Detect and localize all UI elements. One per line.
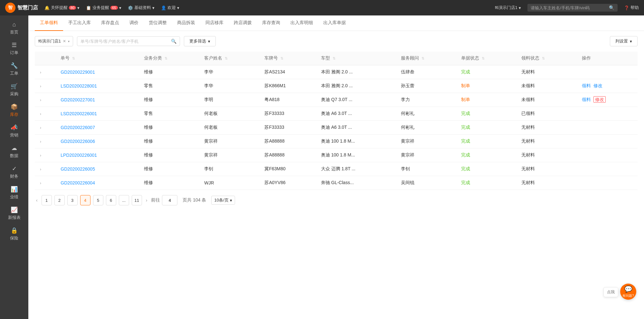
edit-action-button[interactable]: 修改 — [593, 96, 606, 103]
store-selector[interactable]: f6演示门店1 ▾ — [495, 5, 521, 11]
page-6-button[interactable]: 6 — [106, 195, 116, 205]
customer-sort-icon[interactable]: ⇅ — [225, 56, 228, 60]
order-no-link[interactable]: GD20200226006 — [61, 139, 95, 144]
page-11-button[interactable]: 11 — [132, 195, 142, 205]
tab-location-adjust[interactable]: 货位调整 — [144, 15, 172, 31]
advisor-sort-icon[interactable]: ⇅ — [421, 56, 424, 60]
customer-cell: WJR — [199, 176, 259, 190]
sidebar-item-inventory[interactable]: 📦 库存 — [0, 100, 28, 121]
order-no-link[interactable]: GD20200229001 — [61, 70, 95, 75]
customer-cell: 李明 — [199, 93, 259, 107]
page-1-button[interactable]: 1 — [42, 195, 52, 205]
page-3-button[interactable]: 3 — [67, 195, 78, 205]
expand-button[interactable]: › — [40, 167, 41, 172]
order-no-link[interactable]: LPD20200226001 — [61, 153, 97, 158]
expand-cell: › — [35, 79, 55, 93]
tab-stock-query[interactable]: 库存查询 — [257, 15, 285, 31]
car-model-sort-icon[interactable]: ⇅ — [333, 56, 336, 60]
sidebar-item-marketing[interactable]: 📣 营销 — [0, 121, 28, 141]
biz-type-cell: 维修 — [139, 65, 199, 79]
expand-button[interactable]: › — [40, 112, 41, 116]
store-filter-tag[interactable]: f6演示门店1 ✕ ▾ — [35, 36, 73, 46]
insurance-icon: 🔒 — [11, 227, 18, 234]
biz-badge: 65 — [110, 6, 118, 10]
sidebar-item-purchase[interactable]: 🛒 采购 — [0, 80, 28, 100]
nav-user[interactable]: 👤 欢迎 ▾ — [161, 5, 179, 11]
pick-status-sort-icon[interactable]: ⇅ — [542, 56, 545, 60]
order-no-sort-icon[interactable]: ⇅ — [72, 56, 75, 60]
sidebar-item-data[interactable]: ☁ 数据 — [0, 141, 28, 162]
expand-button[interactable]: › — [40, 153, 41, 158]
car-model-cell: 奥迪 A6 3.0T ... — [316, 107, 396, 121]
advisor-cell: 李力 — [396, 93, 456, 107]
expand-button[interactable]: › — [40, 181, 41, 185]
expand-cell: › — [35, 107, 55, 121]
doc-status-sort-icon[interactable]: ⇅ — [482, 56, 485, 60]
action-cell — [577, 65, 638, 79]
tab-price-adjust[interactable]: 调价 — [124, 15, 144, 31]
expand-button[interactable]: › — [40, 126, 41, 130]
sidebar-item-home[interactable]: ⌂ 首页 — [0, 18, 28, 38]
table-search-icon[interactable]: 🔍 — [171, 39, 176, 44]
top-search-input[interactable] — [531, 5, 607, 10]
top-search-icon[interactable]: 🔍 — [609, 5, 614, 10]
expand-button[interactable]: › — [40, 84, 41, 89]
nav-base[interactable]: ⚙️ 基础资料 ▾ — [128, 5, 155, 11]
order-no-link[interactable]: LSD20200228001 — [61, 83, 97, 89]
tab-io-doc[interactable]: 出入库单据 — [318, 15, 351, 31]
order-no-link[interactable]: GD20200227001 — [61, 97, 95, 102]
expand-cell: › — [35, 162, 55, 176]
tab-stocktake[interactable]: 库存盘点 — [96, 15, 124, 31]
plate-sort-icon[interactable]: ⇅ — [280, 56, 283, 60]
top-search-box[interactable]: 🔍 — [527, 4, 618, 12]
biz-type-sort-icon[interactable]: ⇅ — [165, 56, 167, 60]
sidebar-item-order[interactable]: ☰ 订单 — [0, 38, 28, 59]
sidebar-item-report[interactable]: 📈 新报表 — [0, 203, 28, 224]
prev-page-button[interactable]: ‹ — [35, 196, 39, 204]
action-cell — [577, 121, 638, 135]
sidebar-item-performance[interactable]: 📊 业绩 — [0, 183, 28, 203]
expand-button[interactable]: › — [40, 98, 41, 102]
next-page-button[interactable]: › — [145, 196, 149, 204]
per-page-select[interactable]: 10条/页 ▾ — [211, 196, 235, 205]
expand-button[interactable]: › — [40, 139, 41, 144]
tab-disassemble[interactable]: 商品拆装 — [172, 15, 200, 31]
order-no-link[interactable]: GD20200226004 — [61, 180, 95, 185]
page-2-button[interactable]: 2 — [54, 195, 65, 205]
table-row: ›GD20200229001维修李华苏AS2134本田 雅阁 2.0 ...伍肆… — [35, 65, 638, 79]
store-filter-arrow-icon[interactable]: ▾ — [68, 40, 70, 43]
expand-cell: › — [35, 93, 55, 107]
tab-io-detail[interactable]: 出入库明细 — [285, 15, 318, 31]
expand-button[interactable]: › — [40, 70, 41, 75]
order-no-link[interactable]: LSD20200226001 — [61, 111, 97, 116]
tab-same-transfer[interactable]: 同店移库 — [200, 15, 229, 31]
goto-input[interactable] — [162, 195, 177, 205]
order-no-link[interactable]: GD20200226007 — [61, 125, 95, 130]
table-search-input[interactable] — [80, 39, 169, 44]
page-4-button[interactable]: 4 — [80, 195, 90, 205]
pick-action-button[interactable]: 领料 — [582, 97, 591, 102]
nav-care[interactable]: 🔔 关怀提醒 80 ▾ — [44, 5, 80, 11]
sidebar-item-insurance[interactable]: 🔒 保险 — [0, 224, 28, 244]
order-icon: ☰ — [12, 42, 17, 49]
logo[interactable]: 智 智慧门店 — [5, 3, 38, 13]
plate-cell: 冀F63M80 — [259, 162, 316, 176]
help-button[interactable]: ❓ 帮助 — [624, 5, 639, 11]
tab-cross-transfer[interactable]: 跨店调拨 — [229, 15, 257, 31]
nav-biz[interactable]: 📋 业务提醒 65 ▾ — [86, 5, 121, 11]
chat-button[interactable]: 💬 有问题? — [620, 284, 636, 300]
edit-action-button[interactable]: 修改 — [593, 83, 602, 88]
order-no-link[interactable]: GD20200226005 — [61, 166, 95, 172]
tab-manual-io[interactable]: 手工出入库 — [63, 15, 96, 31]
col-biz-type: 业务分类 ⇅ — [139, 52, 199, 65]
sidebar-item-finance[interactable]: ✓ 财务 — [0, 162, 28, 183]
table-search-box[interactable]: 🔍 — [77, 36, 180, 46]
more-filter-button[interactable]: 更多筛选 ▾ — [184, 36, 216, 46]
sidebar-item-workorder[interactable]: 🔧 工单 — [0, 59, 28, 80]
col-settings-button[interactable]: 列设置 ▾ — [610, 36, 638, 46]
page-5-button[interactable]: 5 — [93, 195, 103, 205]
store-filter-close-icon[interactable]: ✕ — [63, 39, 66, 43]
pick-action-button[interactable]: 领料 — [582, 83, 591, 88]
customer-cell: 李华 — [199, 65, 259, 79]
tab-workorder-pick[interactable]: 工单领料 — [35, 15, 63, 31]
